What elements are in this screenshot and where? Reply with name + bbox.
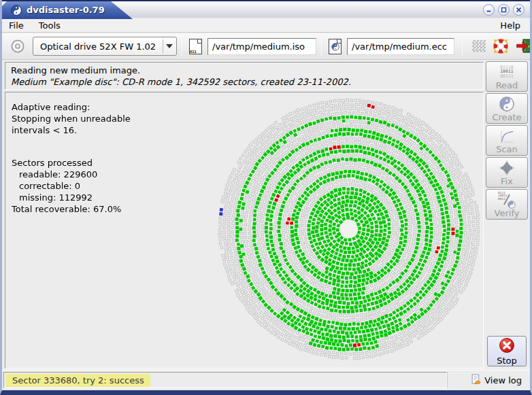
- app-logo-icon: [11, 5, 22, 16]
- read-button: 01110 10011 00111 Read: [486, 61, 528, 92]
- status-line-2: Medium "Example disc": CD-R mode 1, 3425…: [11, 76, 478, 88]
- scan-button: Scan: [486, 125, 528, 156]
- view-log-label: View log: [484, 375, 522, 385]
- adaptive-reading-panel: Adaptive reading: Stopping when unreadab…: [12, 101, 131, 215]
- help-lifebuoy-icon[interactable]: [493, 38, 509, 54]
- menu-tools[interactable]: Tools: [39, 19, 61, 33]
- drive-select[interactable]: Optical drive 52X FW 1.02: [33, 37, 177, 56]
- stopping-line-1: Stopping when unreadable: [12, 113, 131, 124]
- stat-correctable: correctable: 0: [12, 180, 131, 192]
- statusbar: Sector 333680, try 2: success View log: [2, 370, 530, 390]
- quit-icon[interactable]: [516, 38, 532, 54]
- yin-yang-icon: [499, 96, 514, 112]
- drive-select-value: Optical drive 52X FW 1.02: [33, 41, 163, 52]
- image-file-input[interactable]: [207, 38, 316, 55]
- window-controls: [483, 4, 525, 16]
- menu-file[interactable]: File: [9, 19, 24, 33]
- stopping-line-2: intervals < 16.: [12, 124, 131, 136]
- drive-cd-icon: [10, 39, 25, 54]
- view-log-button[interactable]: View log: [447, 372, 527, 388]
- read-bits-icon: 01110 10011 00111: [500, 64, 514, 80]
- verify-button: 0111 10011 0011 Verify: [486, 189, 528, 220]
- titlebar: dvdisaster-0.79: [2, 0, 530, 18]
- view-log-icon: [471, 374, 481, 386]
- sector-status-cell: Sector 333680, try 2: success: [3, 372, 447, 388]
- fix-puzzle-icon: [499, 160, 515, 176]
- adaptive-reading-title: Adaptive reading:: [12, 101, 131, 113]
- fix-button: Fix: [486, 157, 528, 188]
- toolbar: Optical drive 52X FW 1.02 011 10011 0011…: [2, 33, 530, 60]
- app-window: dvdisaster-0.79 File Tools Help: [0, 0, 532, 395]
- ecc-file-icon: [329, 39, 342, 54]
- stat-missing: missing: 112992: [12, 192, 131, 203]
- titlebar-tab: dvdisaster-0.79: [2, 1, 133, 19]
- status-message-box: Reading new medium image. Medium "Exampl…: [5, 62, 484, 90]
- maximize-button[interactable]: [498, 4, 510, 16]
- stat-readable: readable: 229600: [12, 169, 131, 180]
- menubar: File Tools Help: [2, 19, 530, 33]
- chevron-down-icon: [163, 44, 176, 48]
- sector-status: Sector 333680, try 2: success: [6, 374, 150, 387]
- preferences-icon: [472, 40, 486, 52]
- minimize-button[interactable]: [483, 4, 495, 16]
- stat-total-recoverable: Total recoverable: 67.0%: [12, 203, 131, 215]
- verify-icon: 0111 10011 0011: [498, 192, 516, 208]
- status-line-1: Reading new medium image.: [11, 65, 478, 76]
- menu-help[interactable]: Help: [500, 19, 520, 33]
- sectors-processed-heading: Sectors processed: [12, 157, 131, 169]
- scan-curve-icon: [499, 128, 515, 144]
- create-button: Create: [486, 93, 528, 124]
- image-file-icon: 011 10011 00111: [189, 39, 202, 54]
- close-button[interactable]: [513, 4, 525, 16]
- window-title: dvdisaster-0.79: [27, 1, 105, 18]
- stop-icon: [499, 337, 515, 356]
- reading-area: Adaptive reading: Stopping when unreadab…: [5, 92, 484, 368]
- action-sidebar: 01110 10011 00111 Read Create: [484, 61, 529, 368]
- ecc-file-input[interactable]: [347, 38, 454, 55]
- stop-button[interactable]: Stop: [487, 336, 527, 366]
